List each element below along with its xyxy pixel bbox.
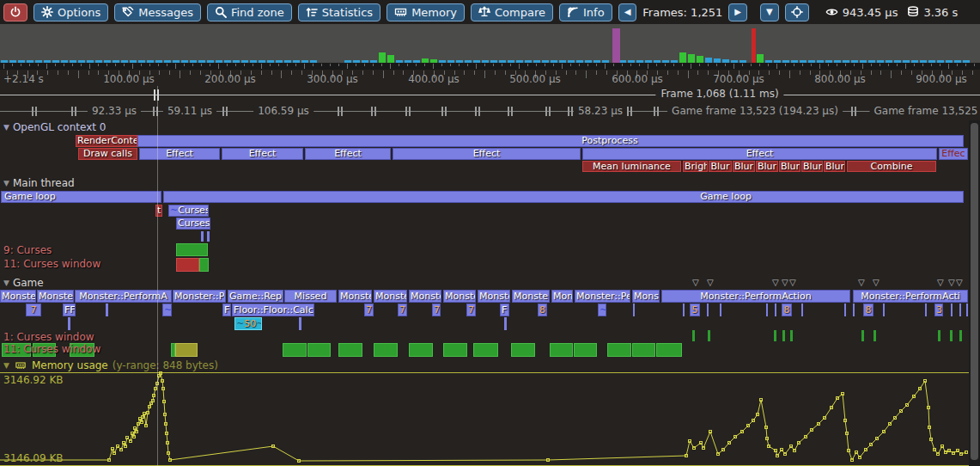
collapse-triangle-icon[interactable]: ▼: [3, 279, 9, 287]
zone-mark[interactable]: [720, 304, 721, 316]
zone-monste[interactable]: Monste: [338, 290, 372, 303]
zone-postprocess[interactable]: Postprocess: [137, 135, 964, 147]
zone-mark[interactable]: [861, 330, 864, 341]
frame-bar[interactable]: [130, 60, 137, 63]
frame-bar[interactable]: [508, 60, 514, 63]
zone-monste[interactable]: Monste: [478, 290, 510, 303]
zone-blur[interactable]: Blur: [824, 161, 845, 172]
zoom-menu-button[interactable]: ▼: [760, 3, 779, 21]
statistics-button[interactable]: Statistics: [298, 3, 380, 21]
frame-bar[interactable]: [9, 60, 16, 63]
zone-8[interactable]: 8: [538, 304, 547, 316]
zone-7[interactable]: 7: [398, 304, 407, 316]
frame-bar[interactable]: [173, 60, 180, 63]
zone-mark[interactable]: [959, 330, 962, 341]
frame-bar[interactable]: [447, 60, 454, 63]
frame-bar[interactable]: [370, 60, 377, 63]
zone-mark[interactable]: [951, 304, 953, 316]
frame-bar[interactable]: [482, 60, 489, 63]
zone-7[interactable]: 7: [432, 304, 441, 316]
frame-bar[interactable]: [714, 58, 721, 63]
frame-bar[interactable]: [490, 60, 497, 63]
zone-mark[interactable]: [106, 304, 108, 316]
goto-frame-button[interactable]: [785, 3, 809, 21]
frame-bar[interactable]: [465, 60, 472, 63]
zone-monster-performaction[interactable]: Monster::PerformAction: [661, 290, 850, 303]
frame-bar[interactable]: [628, 60, 635, 63]
frame-bar[interactable]: [439, 60, 446, 63]
message-marker-icon[interactable]: ▽: [782, 279, 788, 287]
frame-bar[interactable]: [95, 60, 102, 63]
prev-frame-button[interactable]: ◀: [618, 3, 637, 21]
frame-bar[interactable]: [551, 60, 557, 63]
zone-mark[interactable]: [656, 343, 682, 357]
zone-f[interactable]: F~: [500, 304, 509, 316]
zone-8[interactable]: 8: [863, 304, 873, 316]
zone-7[interactable]: 7: [26, 304, 41, 316]
zone-monste[interactable]: Monste: [374, 290, 407, 303]
zone-[interactable]: ~: [162, 304, 172, 316]
zone-combine[interactable]: Combine: [847, 161, 936, 172]
zone-mark[interactable]: [175, 343, 198, 357]
frame-bar[interactable]: [791, 60, 798, 63]
zone-mark[interactable]: [883, 304, 885, 316]
frame-bar[interactable]: [645, 60, 652, 63]
frame-bar[interactable]: [27, 60, 33, 63]
frame-bar[interactable]: [293, 60, 300, 63]
frame-bar[interactable]: [138, 60, 145, 63]
zone-mark[interactable]: [443, 343, 467, 357]
frame-bar[interactable]: [78, 60, 85, 63]
frame-bar[interactable]: [224, 60, 231, 63]
frame-bar[interactable]: [860, 60, 867, 63]
message-marker-icon[interactable]: ▽: [956, 279, 963, 287]
frame-bar[interactable]: [353, 60, 360, 63]
options-button[interactable]: Options: [33, 3, 108, 21]
frame-bar[interactable]: [301, 60, 308, 63]
frame-bar[interactable]: [740, 60, 746, 63]
frame-bar[interactable]: [817, 60, 824, 63]
frame-bar[interactable]: [576, 60, 583, 63]
zone-brigh[interactable]: Brigh: [683, 161, 708, 172]
zone-mark[interactable]: [801, 304, 803, 316]
zone-mark[interactable]: [844, 304, 846, 316]
zone-mark[interactable]: [873, 330, 876, 341]
frame-bar[interactable]: [52, 60, 59, 63]
frame-bar[interactable]: [87, 60, 94, 63]
frame-bar[interactable]: [679, 52, 686, 63]
frame-bar[interactable]: [190, 60, 197, 63]
frame-bar[interactable]: [516, 60, 523, 63]
zone-mark[interactable]: [966, 304, 968, 316]
frame-bar[interactable]: [911, 60, 918, 63]
message-marker-icon[interactable]: ▽: [789, 279, 796, 287]
message-marker-icon[interactable]: ▽: [873, 279, 880, 287]
frame-bar[interactable]: [387, 55, 394, 63]
zone-mark[interactable]: [207, 231, 210, 242]
frame-bar[interactable]: [722, 59, 729, 63]
game-frame-label[interactable]: 92.33 μs: [88, 105, 141, 117]
zone-mark[interactable]: [707, 304, 709, 316]
frame-bar[interactable]: [233, 60, 240, 63]
zone-monster-pe[interactable]: Monster::Pe: [575, 290, 630, 303]
zone-blur[interactable]: Blur: [779, 161, 800, 172]
frame-bar[interactable]: [104, 60, 111, 63]
zone-curses[interactable]: ~Curses: [168, 205, 209, 217]
zone-mark[interactable]: [950, 330, 953, 341]
frame-bar[interactable]: [688, 54, 695, 63]
frame-bar[interactable]: [671, 60, 678, 63]
zone-mark[interactable]: [473, 343, 498, 357]
zone-effect[interactable]: Effect: [222, 148, 303, 160]
frame-bar[interactable]: [568, 60, 575, 63]
frame-bar[interactable]: [379, 52, 386, 63]
frame-bar[interactable]: [216, 60, 222, 63]
frame-bar[interactable]: [825, 60, 832, 63]
zone-mark[interactable]: [199, 258, 209, 272]
messages-button[interactable]: Messages: [114, 3, 201, 21]
frame-bar[interactable]: [877, 60, 884, 63]
frame-bar[interactable]: [61, 60, 68, 63]
zone-mark[interactable]: [511, 343, 535, 357]
zone-mean-luminance[interactable]: Mean luminance: [582, 161, 681, 172]
zone-ff[interactable]: FF: [63, 304, 76, 316]
frame-bar[interactable]: [705, 58, 712, 63]
message-marker-icon[interactable]: ▽: [707, 279, 714, 287]
zone-renderconte[interactable]: RenderConte: [76, 135, 137, 147]
